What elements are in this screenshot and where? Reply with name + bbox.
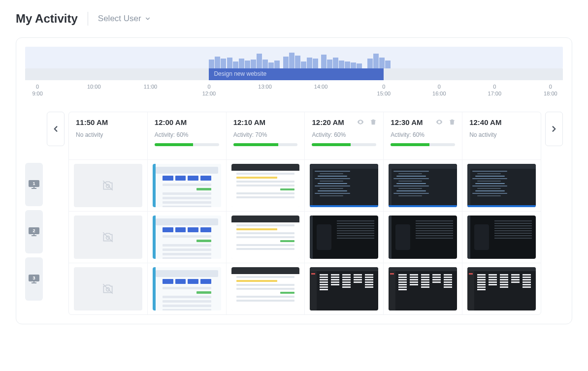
timeline-bar	[215, 57, 220, 68]
screenshot-thumb[interactable]	[389, 216, 457, 259]
timeline-bar	[373, 54, 379, 68]
select-user-dropdown[interactable]: Select User	[98, 14, 150, 24]
timeline-tick: 016:00	[432, 83, 446, 97]
screenshot-thumb[interactable]	[153, 164, 221, 207]
tick-time: 18:00	[544, 90, 557, 97]
tick-time: 12:00	[202, 90, 216, 97]
screenshot-cell	[305, 212, 384, 263]
eye-icon[interactable]	[357, 118, 364, 126]
timeline-bar	[295, 56, 300, 68]
tick-count: 0	[32, 83, 42, 90]
timeline-bar	[351, 62, 356, 68]
timeline-bar	[357, 63, 362, 68]
timeline-bar	[262, 60, 268, 68]
timeline-tick: 017:00	[488, 83, 502, 97]
eye-icon[interactable]	[435, 118, 443, 126]
timeline-bar	[321, 55, 327, 68]
trash-icon[interactable]	[369, 118, 377, 126]
timeline-task-track: Design new website	[25, 68, 563, 80]
trash-icon[interactable]	[448, 118, 456, 126]
timeline-bar	[339, 61, 344, 68]
timeline-tick: 14:00	[314, 83, 328, 90]
activity-progress	[155, 143, 219, 146]
timeline-bar	[379, 58, 385, 68]
timeline-bar	[209, 60, 214, 68]
screenshot-grid: 11:50 AMNo activity12:00 AMActivity: 60%…	[68, 112, 541, 315]
time-label: 11:50 AM	[76, 118, 140, 126]
screenshot-empty	[74, 267, 142, 310]
timeline-scale: 09:0010:0011:00012:0013:0014:00015:00016…	[25, 83, 563, 98]
tick-time: 14:00	[314, 83, 328, 90]
time-slot-header: 12:40 AMNo activity	[462, 112, 541, 159]
screenshot-cell	[69, 212, 148, 263]
timeline-bar	[221, 59, 226, 68]
activity-label: No activity	[469, 131, 534, 138]
time-label: 12:10 AM	[233, 118, 298, 126]
screenshot-thumb[interactable]	[389, 267, 457, 310]
activity-label: Activity: 60%	[312, 131, 376, 138]
screenshot-cell	[69, 160, 148, 211]
activity-label: Activity: 60%	[391, 131, 455, 138]
screenshot-row	[69, 212, 541, 263]
prev-button[interactable]	[47, 112, 65, 146]
divider	[88, 12, 88, 26]
timeline-bar	[233, 62, 238, 68]
timeline-bar	[345, 62, 350, 68]
timeline[interactable]: Design new website 09:0010:0011:00012:00…	[25, 47, 563, 98]
monitor-badge-2[interactable]: 2	[25, 210, 43, 253]
timeline-bar	[274, 61, 280, 68]
time-slot-header: 12:10 AMActivity: 70%	[227, 112, 305, 159]
chevron-right-icon	[551, 125, 557, 132]
screenshot-empty	[74, 164, 142, 207]
screenshot-thumb[interactable]	[231, 164, 300, 207]
screenshot-cell	[462, 263, 541, 314]
tick-time: 17:00	[488, 90, 502, 97]
tick-time: 16:00	[432, 90, 446, 97]
screenshot-cell	[69, 263, 148, 314]
chevron-down-icon	[145, 16, 150, 21]
monitor-badge-1[interactable]: 1	[25, 163, 43, 206]
screenshot-thumb[interactable]	[310, 164, 378, 207]
no-camera-icon	[101, 282, 114, 295]
timeline-bar	[313, 59, 318, 68]
screenshot-thumb[interactable]	[467, 216, 536, 259]
screenshot-cell	[148, 212, 227, 263]
activity-label: Activity: 60%	[155, 131, 219, 138]
timeline-bar	[289, 53, 294, 68]
tick-count: 0	[377, 83, 391, 90]
timeline-tick: 10:00	[87, 83, 101, 90]
screenshot-thumb[interactable]	[467, 267, 536, 310]
monitor-badge-3[interactable]: 3	[25, 257, 43, 301]
screenshot-empty	[74, 216, 142, 259]
timeline-bar	[245, 61, 250, 68]
time-slot-header: 11:50 AMNo activity	[69, 112, 148, 159]
activity-panel: Design new website 09:0010:0011:00012:00…	[16, 37, 572, 324]
timeline-bar	[257, 54, 262, 68]
activity-label: Activity: 70%	[233, 131, 298, 138]
activity-label: No activity	[76, 131, 140, 138]
next-button[interactable]	[545, 112, 563, 146]
screenshot-cell	[384, 212, 462, 263]
timeline-bar	[268, 62, 274, 68]
screenshot-thumb[interactable]	[153, 267, 221, 310]
tick-time: 13:00	[258, 83, 272, 90]
screenshot-thumb[interactable]	[310, 267, 378, 310]
screenshot-thumb[interactable]	[389, 164, 457, 207]
timeline-task[interactable]: Design new website	[209, 68, 384, 80]
timeline-bar	[239, 59, 244, 68]
screenshot-cell	[227, 160, 305, 211]
screenshot-thumb[interactable]	[231, 216, 300, 259]
tick-count: 0	[544, 83, 557, 90]
screenshot-thumb[interactable]	[153, 216, 221, 259]
screenshot-thumb[interactable]	[231, 267, 300, 310]
screenshot-cell	[384, 263, 462, 314]
screenshot-thumb[interactable]	[310, 216, 378, 259]
svg-point-1	[439, 122, 440, 123]
timeline-bar	[307, 58, 312, 68]
screenshot-cell	[305, 160, 384, 211]
monitor-badges: 123	[25, 112, 43, 315]
screenshot-cell	[384, 160, 462, 211]
screenshot-thumb[interactable]	[467, 164, 536, 207]
timeline-bar	[283, 57, 289, 68]
timeline-tick: 015:00	[377, 83, 391, 97]
